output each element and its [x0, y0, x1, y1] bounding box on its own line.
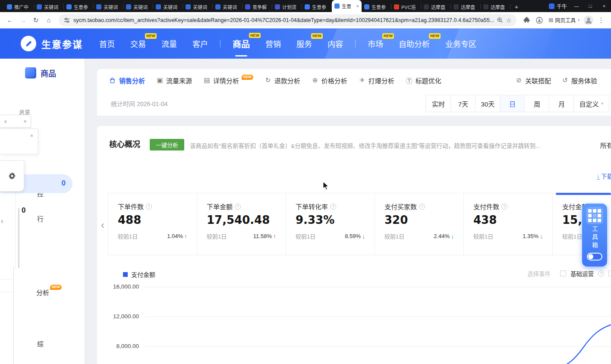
browser-tab[interactable]: 关键词	[123, 1, 153, 12]
close-icon[interactable]: ×	[30, 132, 33, 139]
qianniu-window-chip[interactable]: 千牛	[546, 0, 570, 12]
base-ops-checkbox[interactable]	[560, 270, 566, 276]
tab-refund-analysis[interactable]: ↻ 退款分析	[265, 76, 300, 85]
sidebar-scrollbar[interactable]	[18, 208, 19, 268]
metrics-scroll-left-icon[interactable]: ‹	[101, 219, 104, 231]
payment-amount-line	[554, 298, 611, 364]
tab-traffic-source[interactable]: ▣ 流量来源	[156, 76, 192, 85]
metric-card[interactable]: 支付买家数 ? 320 较前1日 2.44% ↓	[375, 193, 464, 255]
metric-card[interactable]: 下单转化率 ? 9.33% 较前1日 8.59% ↓	[286, 193, 375, 255]
browser-tab[interactable]: 生意参	[362, 1, 391, 12]
toolbox-widget[interactable]: 工具箱	[582, 204, 607, 267]
browser-tab[interactable]: 生意参	[64, 1, 94, 12]
bookmark-star-icon[interactable]: ☆	[506, 17, 512, 24]
date-range-button[interactable]: 周	[524, 95, 549, 112]
profile-avatar[interactable]	[583, 15, 594, 25]
floating-panel[interactable]: ×	[0, 129, 38, 154]
settings-panel[interactable]	[0, 160, 24, 191]
metric-card[interactable]: 下单金额 ? 17,540.48 较前1日 11.58% ↑	[197, 193, 286, 255]
metric-card[interactable]: 下单件数 ? 488 较前1日 1.04% ↑	[108, 193, 197, 255]
browser-tab[interactable]: 计划货	[272, 1, 302, 12]
nav-item[interactable]: 自助分析 NEW	[399, 38, 430, 49]
nav-item[interactable]: 交易 NEW	[130, 38, 146, 49]
new-tab-button[interactable]: +	[510, 1, 523, 12]
browser-tab[interactable]: 生意参	[302, 1, 332, 12]
tab-service-experience[interactable]: ↺ 服务体验	[561, 76, 597, 85]
chevron-left-icon[interactable]: ‹	[1, 217, 3, 226]
toolbox-toggle[interactable]	[587, 253, 602, 260]
back-icon[interactable]: ←	[4, 15, 16, 26]
one-click-analyze-button[interactable]: 一键分析	[150, 139, 184, 151]
minimize-button[interactable]: —	[570, 0, 583, 12]
select-event-label[interactable]: 选择事件	[527, 269, 551, 278]
date-range-button[interactable]: 自定义 ∨	[573, 95, 609, 112]
info-icon[interactable]: ?	[235, 204, 241, 210]
info-icon[interactable]: ?	[146, 204, 152, 210]
tune-icon[interactable]	[64, 17, 70, 23]
nav-item[interactable]: 流量	[161, 38, 177, 49]
home-icon[interactable]: ⌂	[43, 15, 54, 26]
date-range-button[interactable]: 月	[549, 95, 573, 112]
webtools-menu[interactable]: ⊞ 网页工具 ∨	[547, 16, 582, 24]
tab-boost-analysis[interactable]: ✈ 打爆分析	[359, 76, 394, 85]
close-icon[interactable]: ×	[23, 118, 27, 125]
close-window-button[interactable]: ×	[597, 0, 611, 12]
browser-menu-icon[interactable]: ⋮	[595, 15, 607, 26]
browser-tab[interactable]: 达摩盘	[451, 1, 481, 12]
date-range-button[interactable]: 实时	[426, 95, 450, 112]
browser-tab[interactable]: PVC浴	[391, 1, 421, 12]
info-icon[interactable]: ?	[501, 204, 507, 210]
brand-title[interactable]: 生意参谋	[41, 37, 83, 50]
extensions-icon[interactable]	[521, 15, 532, 26]
browser-tab[interactable]: 推广中	[4, 1, 34, 12]
browser-tab[interactable]: 关键词	[94, 1, 123, 12]
nav-item[interactable]: 商品 NEW	[233, 38, 250, 50]
nav-item[interactable]: 内容	[328, 38, 343, 49]
metric-card[interactable]: 支付件数 ? 438 较前1日 1.35% ↓	[463, 193, 553, 255]
date-range-button[interactable]: 30天	[475, 95, 500, 112]
date-range-button[interactable]: 7天	[450, 95, 475, 112]
floating-panel-collapsed[interactable]: ∨ ×	[0, 115, 31, 128]
nav-item[interactable]: 首页	[99, 38, 115, 49]
tab-price-analysis[interactable]: ⊕ 价格分析	[312, 76, 347, 85]
maximize-button[interactable]: □	[583, 0, 597, 12]
sidebar-item-fragment[interactable]: 综	[37, 339, 44, 348]
browser-tab[interactable]: 关键词	[183, 1, 213, 12]
date-range-button[interactable]: 日	[500, 95, 524, 112]
nav-item[interactable]: 营销	[265, 38, 281, 49]
zoom-icon[interactable]	[497, 17, 503, 23]
tab-related-match[interactable]: ⊘ 关联搭配	[515, 76, 551, 85]
gear-icon[interactable]	[8, 172, 16, 180]
tab-detail-analysis[interactable]: ▤ 详情分析 NEW	[203, 76, 253, 85]
nav-item[interactable]: 客户	[192, 38, 208, 49]
tab-sales-analysis[interactable]: 销售分析	[109, 76, 145, 85]
info-icon[interactable]: ?	[598, 270, 604, 276]
url-text[interactable]: sycm.taobao.com/cc/item_archives?activeK…	[73, 17, 494, 23]
address-bar[interactable]: sycm.taobao.com/cc/item_archives?activeK…	[59, 14, 517, 26]
sidebar-item-fragment[interactable]: 行	[37, 214, 44, 223]
sidebar-item-analysis[interactable]: 分析 NEW	[36, 288, 62, 297]
tab-close-icon[interactable]: ×	[356, 3, 359, 9]
browser-tab[interactable]: 关键词	[213, 1, 243, 12]
browser-tab[interactable]: 达摩盘	[421, 1, 451, 12]
forward-icon[interactable]: →	[17, 15, 28, 26]
browser-tab[interactable]: 关键词	[34, 1, 64, 12]
nav-item[interactable]: 服务 NEW	[296, 38, 312, 49]
reload-icon[interactable]: ↻	[30, 15, 41, 26]
info-icon[interactable]: ?	[419, 204, 425, 210]
download-icon[interactable]	[534, 15, 545, 26]
download-link[interactable]: ↓ 下载	[597, 172, 611, 180]
sycm-logo[interactable]	[21, 36, 36, 51]
browser-tab[interactable]: 生意 ×	[332, 0, 362, 12]
tab-title-optimize[interactable]: Ⓣ 标题优化	[406, 76, 441, 85]
metrics-scrollbar[interactable]	[556, 193, 611, 195]
info-icon[interactable]: ?	[330, 204, 336, 210]
browser-tab[interactable]: 竞争解	[243, 1, 272, 12]
browser-tab[interactable]: 达摩盘	[481, 1, 510, 12]
nav-item[interactable]: 业务专区	[445, 38, 476, 49]
clipped-checkbox[interactable]	[608, 270, 611, 276]
metric-change-value: 1.35%	[523, 233, 539, 239]
nav-item[interactable]: 市场 NEW	[368, 38, 383, 49]
chevron-down-icon[interactable]: ∨	[4, 119, 7, 124]
browser-tab[interactable]: 关键词	[153, 1, 183, 12]
